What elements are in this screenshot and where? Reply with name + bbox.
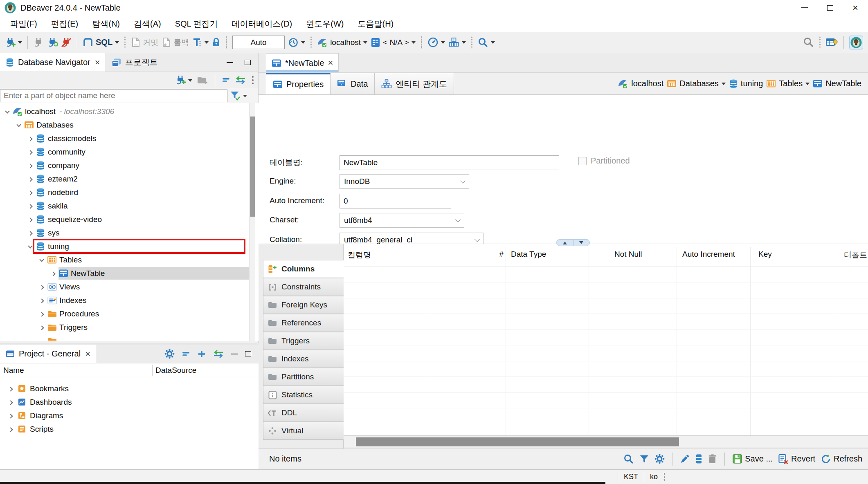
tree-scrollbar[interactable] xyxy=(249,103,255,341)
new-connection-button[interactable] xyxy=(5,38,22,47)
grid-column-header[interactable]: Data Type xyxy=(511,250,546,259)
chevron-right-icon[interactable] xyxy=(26,190,34,195)
close-icon[interactable]: × xyxy=(328,58,333,68)
tree-item-nodebird[interactable]: nodebird xyxy=(0,186,259,199)
gear-icon[interactable] xyxy=(164,349,175,359)
grid-column-header[interactable]: 컬럼명 xyxy=(348,250,371,260)
commit-mode-combo[interactable]: Auto xyxy=(232,36,285,49)
chevron-right-icon[interactable] xyxy=(26,164,34,168)
nav-new-folder-button[interactable] xyxy=(197,76,208,85)
project-item-dashboards[interactable]: Dashboards xyxy=(0,395,259,409)
partitioned-checkbox[interactable] xyxy=(578,157,587,165)
menu-item[interactable]: 데이터베이스(D) xyxy=(225,18,299,29)
timezone-indicator[interactable]: KST xyxy=(624,473,638,481)
transaction-log-button[interactable] xyxy=(288,37,305,48)
menu-item[interactable]: 검색(A) xyxy=(127,18,168,29)
column-divider[interactable] xyxy=(152,365,153,376)
chevron-right-icon[interactable] xyxy=(38,285,46,289)
chevron-down-icon[interactable] xyxy=(805,83,810,87)
tree-item-triggers[interactable]: Triggers xyxy=(0,320,259,334)
chevron-right-icon[interactable] xyxy=(26,150,34,154)
link-with-editor-button[interactable] xyxy=(235,76,246,85)
chevron-down-icon[interactable] xyxy=(15,124,23,126)
grid-column-header[interactable]: 디폴트 xyxy=(844,250,867,260)
maximize-button[interactable] xyxy=(817,0,843,16)
chevron-down-icon[interactable] xyxy=(243,95,247,99)
menu-item[interactable]: 편집(E) xyxy=(44,18,85,29)
chevron-right-icon[interactable] xyxy=(26,137,34,141)
language-indicator[interactable]: ko xyxy=(650,473,658,481)
connect-button[interactable] xyxy=(33,38,44,47)
tree-item-databases[interactable]: Databases xyxy=(0,118,259,132)
tab-projects[interactable]: 프로젝트 xyxy=(106,53,163,72)
menu-item[interactable]: 윈도우(W) xyxy=(299,18,351,29)
chevron-right-icon[interactable] xyxy=(38,325,46,329)
chevron-right-icon[interactable] xyxy=(26,204,34,208)
chevron-down-icon[interactable] xyxy=(722,83,726,87)
maximize-panel-icon[interactable] xyxy=(245,351,251,356)
save-button[interactable]: Save ... xyxy=(732,454,773,464)
menu-item[interactable]: SQL 편집기 xyxy=(168,18,225,29)
chevron-down-icon[interactable] xyxy=(26,245,34,248)
tab-database-navigator[interactable]: Database Navigator × xyxy=(0,53,106,72)
tree-item-sequelize-video[interactable]: sequelize-video xyxy=(0,213,259,226)
tree-item-views[interactable]: Views xyxy=(0,280,259,294)
charset-combo[interactable]: utf8mb4 xyxy=(340,213,464,228)
table-name-input[interactable] xyxy=(340,155,559,170)
project-item-scripts[interactable]: Scripts xyxy=(0,422,259,436)
quick-search-button[interactable] xyxy=(803,37,814,48)
chevron-right-icon[interactable] xyxy=(38,298,46,302)
detail-tab-constraints[interactable]: Constraints xyxy=(263,278,344,296)
subtab-엔티티-관계도[interactable]: 엔티티 관계도 xyxy=(375,73,454,94)
detail-tab-triggers[interactable]: Triggers xyxy=(263,332,344,350)
close-button[interactable]: × xyxy=(843,0,868,16)
detail-tab-columns[interactable]: Columns xyxy=(263,260,344,278)
refresh-button[interactable]: Refresh xyxy=(821,454,862,464)
chevron-right-icon[interactable] xyxy=(26,217,34,222)
object-filter-input[interactable] xyxy=(0,90,227,102)
breadcrumb-item-localhost[interactable]: localhost xyxy=(618,79,663,89)
auto-increment-input[interactable] xyxy=(340,194,451,208)
tree-item-tuning[interactable]: tuning xyxy=(0,240,259,253)
detail-tab-references[interactable]: References xyxy=(263,314,344,332)
column-header-datasource[interactable]: DataSource xyxy=(152,366,196,375)
breadcrumb-item-newtable[interactable]: NewTable xyxy=(813,79,861,88)
menu-item[interactable]: 파일(F) xyxy=(3,18,44,29)
tree-item-indexes[interactable]: Indexes xyxy=(0,294,259,307)
detail-tab-foreign-keys[interactable]: Foreign Keys xyxy=(263,296,344,314)
close-icon[interactable]: × xyxy=(95,57,100,68)
grid-column-header[interactable]: Not Null xyxy=(614,250,642,259)
reconnect-button[interactable] xyxy=(47,38,58,47)
tree-item-classicmodels[interactable]: classicmodels xyxy=(0,132,259,145)
chevron-down-icon[interactable] xyxy=(38,259,46,261)
transaction-lock-button[interactable] xyxy=(212,38,220,47)
subtab-properties[interactable]: Properties xyxy=(266,73,331,94)
close-icon[interactable]: × xyxy=(85,349,90,359)
detail-tab-ddl[interactable]: DDL xyxy=(263,404,344,422)
collapse-all-icon[interactable] xyxy=(182,351,190,357)
chevron-down-icon[interactable] xyxy=(3,110,11,113)
tree-item-tables[interactable]: Tables xyxy=(0,253,259,267)
delete-column-button[interactable] xyxy=(708,454,717,464)
grid-column-header[interactable]: Key xyxy=(758,250,772,259)
tree-item-community[interactable]: community xyxy=(0,145,259,159)
search-button[interactable] xyxy=(478,37,495,48)
active-connection-combo[interactable]: localhost xyxy=(317,38,367,47)
open-perspective-button[interactable] xyxy=(826,37,838,48)
chevron-right-icon[interactable] xyxy=(7,400,15,404)
grid-filter-button[interactable] xyxy=(639,454,649,464)
grid-search-button[interactable] xyxy=(623,454,634,464)
grid-settings-button[interactable] xyxy=(654,454,665,464)
collapse-all-button[interactable] xyxy=(222,77,230,83)
detail-tab-virtual[interactable]: Virtual xyxy=(263,422,344,440)
engine-combo[interactable]: InnoDB xyxy=(340,174,469,189)
edit-column-button[interactable] xyxy=(680,454,690,464)
tree-item-procedures[interactable]: Procedures xyxy=(0,307,259,320)
tab-project-general[interactable]: Project - General × xyxy=(0,345,96,363)
tree-item-ezteam2[interactable]: ezteam2 xyxy=(0,172,259,186)
link-editor-icon[interactable] xyxy=(213,350,224,359)
breadcrumb-item-tuning[interactable]: tuning xyxy=(729,79,763,89)
splitter-collapse-control[interactable] xyxy=(556,239,590,246)
commit-button[interactable]: 커밋 xyxy=(131,37,158,48)
disconnect-button[interactable] xyxy=(61,38,72,47)
